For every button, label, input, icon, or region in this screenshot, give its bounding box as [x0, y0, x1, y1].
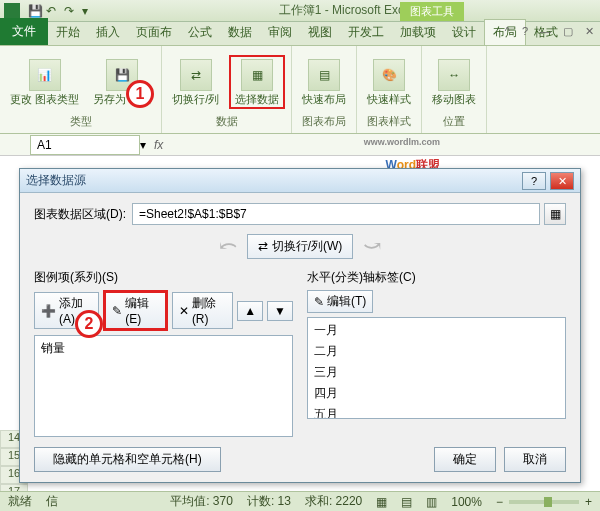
view-normal-icon[interactable]: ▦: [376, 495, 387, 509]
switch-row-col-dialog-button[interactable]: ⇄切换行/列(W): [247, 234, 354, 259]
contextual-tab-label: 图表工具: [400, 2, 464, 21]
callout-1: 1: [126, 80, 154, 108]
qat-more-icon[interactable]: ▾: [82, 4, 96, 18]
axis-item[interactable]: 一月: [310, 320, 563, 341]
change-chart-type-button[interactable]: 📊更改 图表类型: [6, 57, 83, 107]
name-box[interactable]: A1: [30, 135, 140, 155]
undo-icon[interactable]: ↶: [46, 4, 60, 18]
zoom-slider[interactable]: [509, 500, 579, 504]
view-pagelayout-icon[interactable]: ▤: [401, 495, 412, 509]
zoom-in-icon[interactable]: +: [585, 495, 592, 509]
switch-row-col-button[interactable]: ⇄切换行/列: [168, 57, 223, 107]
series-edit-button[interactable]: ✎编辑(E): [103, 290, 168, 331]
ribbon-group-chartstyle: 🎨快速样式 图表样式: [357, 46, 422, 133]
name-box-dropdown-icon[interactable]: ▾: [140, 138, 146, 152]
cancel-button[interactable]: 取消: [504, 447, 566, 472]
minimize-icon[interactable]: —: [536, 24, 555, 39]
dialog-close-icon[interactable]: ✕: [550, 172, 574, 190]
quick-layout-button[interactable]: ▤快速布局: [298, 57, 350, 107]
zoom-level[interactable]: 100%: [451, 495, 482, 509]
arrow-right-icon: ⤻: [363, 233, 381, 259]
ribbon-minimize-icon[interactable]: ^: [501, 24, 514, 39]
ribbon: 📊更改 图表类型 💾另存为 模板 类型 ⇄切换行/列 ▦选择数据 数据 ▤快速布…: [0, 46, 600, 134]
zoom-out-icon[interactable]: −: [496, 495, 503, 509]
tab-insert[interactable]: 插入: [88, 20, 128, 45]
quick-access-toolbar: 💾 ↶ ↷ ▾: [28, 4, 96, 18]
redo-icon[interactable]: ↷: [64, 4, 78, 18]
tab-file[interactable]: 文件: [0, 18, 48, 45]
switch-icon: ⇄: [258, 239, 268, 253]
tab-formula[interactable]: 公式: [180, 20, 220, 45]
close-icon[interactable]: ✕: [581, 24, 598, 39]
axis-item[interactable]: 二月: [310, 341, 563, 362]
help-icon[interactable]: ?: [518, 24, 532, 39]
range-picker-icon[interactable]: ▦: [544, 203, 566, 225]
select-data-dialog: 选择数据源 ? ✕ 图表数据区域(D): ▦ ⤺ ⇄切换行/列(W) ⤻ 图例项…: [19, 168, 581, 483]
group-label-position: 位置: [443, 114, 465, 129]
axis-header: 水平(分类)轴标签(C): [307, 269, 566, 286]
hidden-cells-button[interactable]: 隐藏的单元格和空单元格(H): [34, 447, 221, 472]
save-icon[interactable]: 💾: [28, 4, 42, 18]
window-buttons: ^ ? — ▢ ✕: [501, 24, 598, 39]
series-move-down-button[interactable]: ▼: [267, 301, 293, 321]
group-label-type: 类型: [70, 114, 92, 129]
status-calc: 信: [46, 493, 58, 510]
chart-range-input[interactable]: [132, 203, 540, 225]
axis-listbox[interactable]: 一月 二月 三月 四月 五月: [307, 317, 566, 419]
tab-addin[interactable]: 加载项: [392, 20, 444, 45]
status-bar: 就绪 信 平均值: 370 计数: 13 求和: 2220 ▦ ▤ ▥ 100%…: [0, 491, 600, 511]
axis-panel: 水平(分类)轴标签(C) ✎编辑(T) 一月 二月 三月 四月 五月: [307, 269, 566, 437]
tab-view[interactable]: 视图: [300, 20, 340, 45]
status-average: 平均值: 370: [170, 493, 233, 510]
window-title: 工作簿1 - Microsoft Excel: [96, 2, 596, 19]
status-ready: 就绪: [8, 493, 32, 510]
quick-style-button[interactable]: 🎨快速样式: [363, 57, 415, 107]
tab-review[interactable]: 审阅: [260, 20, 300, 45]
series-delete-button[interactable]: ✕删除(R): [172, 292, 233, 329]
series-panel: 图例项(系列)(S) ➕添加(A) ✎编辑(E) ✕删除(R) ▲ ▼ 销量: [34, 269, 293, 437]
select-data-button[interactable]: ▦选择数据: [229, 55, 285, 109]
tab-home[interactable]: 开始: [48, 20, 88, 45]
view-pagebreak-icon[interactable]: ▥: [426, 495, 437, 509]
status-sum: 求和: 2220: [305, 493, 362, 510]
excel-icon: [4, 3, 20, 19]
series-header: 图例项(系列)(S): [34, 269, 293, 286]
series-item[interactable]: 销量: [37, 338, 290, 359]
status-count: 计数: 13: [247, 493, 291, 510]
series-move-up-button[interactable]: ▲: [237, 301, 263, 321]
tab-data[interactable]: 数据: [220, 20, 260, 45]
series-listbox[interactable]: 销量: [34, 335, 293, 437]
ribbon-group-data: ⇄切换行/列 ▦选择数据 数据: [162, 46, 292, 133]
dialog-help-icon[interactable]: ?: [522, 172, 546, 190]
tab-design[interactable]: 设计: [444, 20, 484, 45]
group-label-chartlayout: 图表布局: [302, 114, 346, 129]
range-label: 图表数据区域(D):: [34, 206, 126, 223]
switch-arrows: ⤺ ⇄切换行/列(W) ⤻: [34, 233, 566, 259]
ribbon-group-chartlayout: ▤快速布局 图表布局: [292, 46, 357, 133]
tab-developer[interactable]: 开发工: [340, 20, 392, 45]
move-chart-button[interactable]: ↔移动图表: [428, 57, 480, 107]
ok-button[interactable]: 确定: [434, 447, 496, 472]
tab-pagelayout[interactable]: 页面布: [128, 20, 180, 45]
restore-icon[interactable]: ▢: [559, 24, 577, 39]
axis-item[interactable]: 五月: [310, 404, 563, 419]
axis-edit-button[interactable]: ✎编辑(T): [307, 290, 373, 313]
axis-item[interactable]: 四月: [310, 383, 563, 404]
formula-bar: A1 ▾ fx: [0, 134, 600, 156]
arrow-left-icon: ⤺: [219, 233, 237, 259]
group-label-chartstyle: 图表样式: [367, 114, 411, 129]
dialog-titlebar: 选择数据源 ? ✕: [20, 169, 580, 193]
ribbon-group-position: ↔移动图表 位置: [422, 46, 487, 133]
callout-2: 2: [75, 310, 103, 338]
dialog-title: 选择数据源: [26, 172, 518, 189]
group-label-data: 数据: [216, 114, 238, 129]
axis-item[interactable]: 三月: [310, 362, 563, 383]
fx-icon[interactable]: fx: [154, 138, 163, 152]
